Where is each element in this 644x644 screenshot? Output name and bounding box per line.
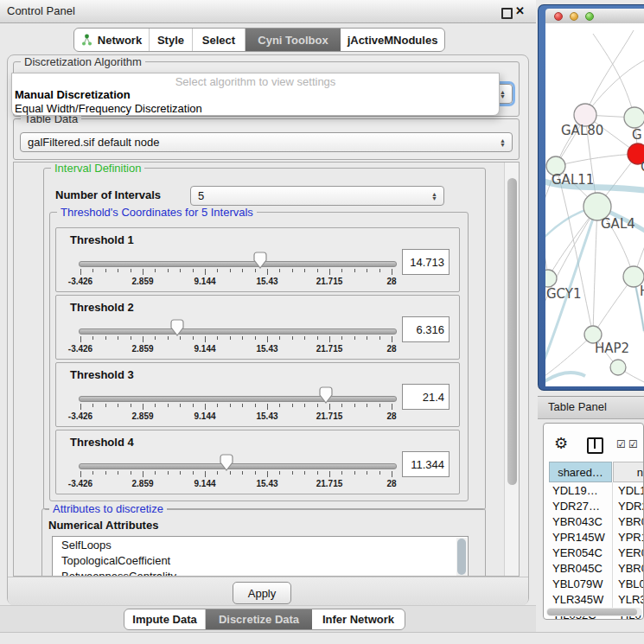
minimize-traffic-light-icon[interactable] xyxy=(570,12,578,21)
threshold-value-field[interactable]: 6.316 xyxy=(402,316,450,342)
slider-track[interactable] xyxy=(79,396,397,402)
list-item[interactable]: BetweennessCentrality xyxy=(53,568,468,577)
slider-tick xyxy=(341,269,342,272)
slider-tick xyxy=(180,269,181,272)
slider-thumb[interactable] xyxy=(253,252,267,269)
slider-tick xyxy=(155,404,156,407)
slider-tick xyxy=(279,336,280,340)
column-header-2[interactable]: na xyxy=(613,462,644,482)
slider-tick xyxy=(118,404,118,407)
zoom-traffic-light-icon[interactable] xyxy=(585,12,594,21)
scrollbar-thumb[interactable] xyxy=(547,609,637,615)
list-scrollbar[interactable] xyxy=(456,538,467,577)
network-node-node-top-right[interactable] xyxy=(624,107,644,128)
number-of-intervals-combobox[interactable]: 5 ▲▼ xyxy=(190,186,444,206)
threshold-value-field[interactable]: 21.4 xyxy=(402,384,450,410)
table-cell[interactable]: YBL079W xyxy=(552,577,603,590)
network-edge xyxy=(585,30,634,115)
scrollbar-thumb[interactable] xyxy=(507,178,517,485)
table-data-combobox[interactable]: galFiltered.sif default node ▲▼ xyxy=(20,132,513,152)
table-cell[interactable]: YBR043C xyxy=(552,515,603,528)
tab-network[interactable]: Network xyxy=(74,29,150,51)
thresholds-group-title: Threshold's Coordinates for 5 Intervals xyxy=(57,206,257,219)
threshold-label: Threshold 2 xyxy=(70,301,134,314)
table-cell[interactable]: YPR1 xyxy=(618,531,644,544)
axis-tick-label: 15.43 xyxy=(241,277,293,286)
algorithm-popup-placeholder: Select algorithm to view settings xyxy=(12,75,499,88)
tab-style[interactable]: Style xyxy=(150,29,193,51)
table-cell[interactable]: YDR2 xyxy=(618,500,644,513)
numerical-attributes-list[interactable]: SelfLoopsTopologicalCoefficientBetweenne… xyxy=(52,536,469,577)
slider-tick xyxy=(205,471,206,477)
apply-button[interactable]: Apply xyxy=(233,582,291,604)
split-columns-icon[interactable] xyxy=(587,437,603,454)
slider-track[interactable] xyxy=(79,463,397,469)
tab-infer-network[interactable]: Infer Network xyxy=(312,609,405,629)
slider-tick xyxy=(367,269,367,272)
slider-tick xyxy=(230,471,231,475)
tab-label: Impute Data xyxy=(132,613,196,626)
table-cell[interactable]: YLR345W xyxy=(552,593,603,606)
table-cell[interactable]: YBR0 xyxy=(618,515,644,528)
float-window-icon[interactable] xyxy=(501,8,513,19)
slider-thumb[interactable] xyxy=(170,319,184,336)
slider-tick xyxy=(242,404,243,407)
axis-tick-label: 28 xyxy=(366,344,418,354)
slider-thumb[interactable] xyxy=(319,386,333,404)
algorithm-option[interactable]: Manual Discretization xyxy=(15,88,131,101)
list-item[interactable]: SelfLoops xyxy=(53,537,468,552)
axis-tick-label: 15.43 xyxy=(241,344,293,354)
table-cell[interactable]: YPR145W xyxy=(552,531,605,544)
table-cell[interactable]: YBR045C xyxy=(552,562,603,575)
slider-tick xyxy=(217,336,218,340)
tab-jactivemnodules[interactable]: jActiveMNodules xyxy=(341,29,444,51)
close-traffic-light-icon[interactable] xyxy=(554,12,563,21)
horizontal-scrollbar[interactable] xyxy=(546,608,642,616)
tab-select[interactable]: Select xyxy=(193,29,245,51)
slider-tick xyxy=(392,471,392,477)
button-bar: Apply xyxy=(8,577,528,606)
vertical-scrollbar[interactable] xyxy=(504,163,520,576)
table-cell[interactable]: YBL0 xyxy=(618,577,644,590)
slider-tick xyxy=(217,404,218,407)
table-cell[interactable]: YLR3 xyxy=(618,593,644,606)
axis-tick-label: -3.426 xyxy=(54,411,106,421)
slider-tick xyxy=(304,404,305,407)
checkbox-icon[interactable]: ☑ xyxy=(616,438,626,450)
slider-thumb[interactable] xyxy=(220,454,233,471)
threshold-value-field[interactable]: 11.344 xyxy=(402,451,450,477)
checkbox-icon[interactable]: ☑ xyxy=(628,438,638,450)
table-cell[interactable]: YDL1 xyxy=(618,484,644,497)
tab-impute-data[interactable]: Impute Data xyxy=(124,609,206,629)
network-canvas[interactable]: GAL80GCGAL11GAL4GCY1HHAP2 xyxy=(545,23,644,386)
table-cell[interactable]: YER0 xyxy=(618,546,644,559)
table-cell[interactable]: YDR27… xyxy=(552,500,600,513)
slider-tick xyxy=(180,471,181,475)
list-item[interactable]: TopologicalCoefficient xyxy=(53,552,468,568)
slider-track[interactable] xyxy=(79,328,397,335)
slider-tick xyxy=(143,404,143,410)
tab-cyni-toolbox[interactable]: Cyni Toolbox xyxy=(245,29,341,51)
slider-tick xyxy=(155,336,156,340)
slider-tick xyxy=(292,404,293,407)
slider-tick xyxy=(304,269,305,272)
network-node-GCY1[interactable] xyxy=(545,270,557,287)
threshold-label: Threshold 1 xyxy=(70,233,134,246)
table-cell[interactable]: YBR0 xyxy=(618,562,644,575)
number-of-intervals-value: 5 xyxy=(198,189,204,202)
column-header-1[interactable]: shared… xyxy=(549,462,612,482)
slider-track[interactable] xyxy=(79,261,397,267)
threshold-value-field[interactable]: 14.713 xyxy=(402,249,450,275)
algorithm-option[interactable]: Equal Width/Frequency Discretization xyxy=(15,102,202,115)
network-edge-highlight xyxy=(545,373,585,383)
tab-discretize-data[interactable]: Discretize Data xyxy=(206,609,312,629)
table-cell[interactable]: YER054C xyxy=(552,546,603,559)
network-node-node-bottom[interactable] xyxy=(610,360,626,375)
close-icon[interactable]: ✕ xyxy=(515,4,525,17)
slider-tick xyxy=(267,404,268,410)
gear-icon[interactable]: ⚙ xyxy=(554,434,568,453)
slider-tick xyxy=(392,404,392,410)
table-cell[interactable]: YDL19… xyxy=(552,484,598,497)
node-label: C xyxy=(641,159,644,175)
node-label: HAP2 xyxy=(595,341,629,356)
